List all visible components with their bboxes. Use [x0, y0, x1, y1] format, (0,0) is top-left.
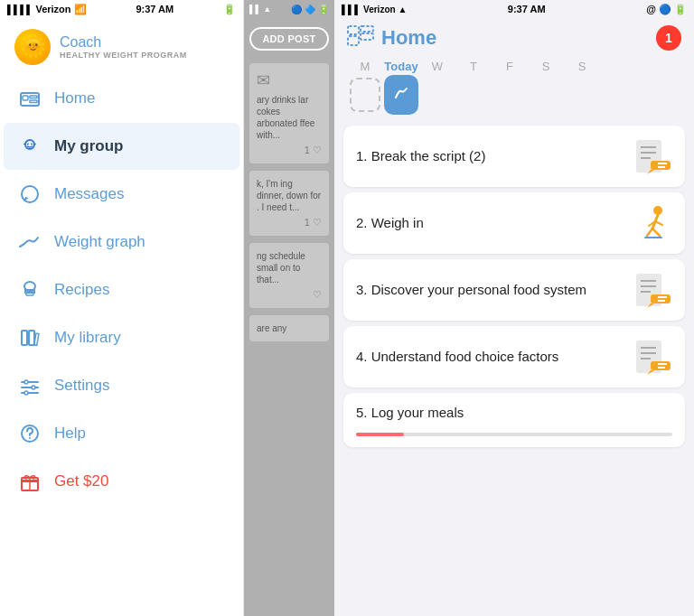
sidebar-item-get20[interactable]: Get $20	[4, 458, 239, 505]
svg-point-23	[29, 437, 31, 439]
left-time: 9:37 AM	[136, 4, 174, 14]
middle-post-2: k, I'm ing dinner, down for . I need t..…	[249, 171, 329, 236]
svg-rect-0	[21, 93, 39, 106]
sidebar-item-recipes-label: Recipes	[54, 281, 109, 299]
sidebar-item-home-label: Home	[54, 89, 95, 107]
middle-status-bar: ▌▌ ▲ 🔵 🔷 🔋	[244, 0, 334, 18]
nav-menu: Home My group	[0, 74, 243, 506]
day-w[interactable]: W	[419, 60, 455, 115]
left-status-bar: ▌▌▌▌ Verizon 📶 9:37 AM 🔋	[0, 0, 243, 18]
svg-point-19	[24, 380, 28, 384]
post-2-likes: 1 ♡	[257, 217, 322, 229]
notification-badge[interactable]: 1	[656, 25, 681, 51]
right-panel: ▌▌▌ Verizon ▲ 9:37 AM @ 🔵 🔋 Home 1	[334, 0, 694, 616]
coach-avatar: 🌞	[14, 29, 51, 65]
day-today[interactable]: Today	[383, 60, 419, 115]
help-icon	[18, 422, 42, 445]
task-4-text: 4. Understand food choice factors	[356, 348, 633, 366]
task-5-text: 5. Log your meals	[356, 404, 672, 422]
day-s1[interactable]: S	[528, 60, 564, 115]
post-3-likes: ♡	[257, 289, 322, 301]
task-card-2[interactable]: 2. Weigh in	[343, 192, 685, 254]
day-m[interactable]: M	[347, 60, 383, 115]
svg-rect-29	[361, 33, 373, 40]
home-icon	[18, 87, 42, 110]
sidebar-item-weight-graph[interactable]: Weight graph	[4, 219, 239, 266]
sidebar-item-my-library[interactable]: My library	[4, 314, 239, 361]
middle-post-4: are any	[249, 315, 329, 341]
sidebar-item-help-label: Help	[54, 425, 86, 443]
home-screen-icon	[347, 25, 374, 51]
sidebar-item-help[interactable]: Help	[4, 410, 239, 457]
post-4-text: are any	[257, 322, 322, 334]
coach-text: Coach HEALTHY WEIGHT PROGRAM	[60, 34, 187, 60]
svg-rect-1	[23, 96, 28, 100]
task-card-3[interactable]: 3. Discover your personal food system	[343, 259, 685, 321]
task-4-icon	[633, 337, 672, 377]
task-card-5[interactable]: 5. Log your meals	[343, 393, 685, 447]
day-selector: M Today W T F	[334, 56, 694, 122]
day-f[interactable]: F	[492, 60, 528, 115]
svg-rect-30	[348, 36, 359, 45]
svg-point-21	[24, 391, 28, 395]
svg-point-20	[32, 386, 35, 389]
svg-point-39	[653, 206, 662, 215]
right-time: 9:37 AM	[508, 4, 546, 14]
chef-icon	[18, 278, 42, 302]
post-3-text: ng schedule small on to that...	[257, 250, 322, 285]
sidebar-item-messages[interactable]: Messages	[4, 171, 239, 218]
task-3-text: 3. Discover your personal food system	[356, 281, 633, 299]
sidebar-item-recipes[interactable]: Recipes	[4, 266, 239, 313]
post-1-likes: 1 ♡	[257, 145, 322, 156]
svg-rect-50	[651, 294, 671, 303]
group-icon	[18, 135, 42, 158]
gift-icon	[18, 470, 42, 493]
svg-line-42	[652, 229, 660, 236]
svg-rect-58	[651, 361, 671, 370]
mail-icon: ✉	[257, 70, 322, 90]
day-s2[interactable]: S	[564, 60, 600, 115]
svg-line-41	[647, 229, 652, 236]
middle-post-3: ng schedule small on to that... ♡	[249, 243, 329, 308]
add-post-button[interactable]: ADD POST	[249, 27, 329, 51]
post-2-text: k, I'm ing dinner, down for . I need t..…	[257, 178, 322, 213]
right-status-bar: ▌▌▌ Verizon ▲ 9:37 AM @ 🔵 🔋	[334, 0, 694, 18]
sidebar-item-home[interactable]: Home	[4, 75, 239, 122]
middle-panel: ▌▌ ▲ 🔵 🔷 🔋 ADD POST ✉ ary drinks lar cok…	[244, 0, 334, 616]
svg-rect-28	[361, 26, 373, 32]
left-battery: 🔋	[223, 4, 236, 15]
left-carrier: ▌▌▌▌ Verizon 📶	[7, 4, 87, 15]
task-3-icon	[633, 270, 672, 310]
task-1-icon	[633, 136, 672, 176]
sidebar-item-messages-label: Messages	[54, 185, 124, 203]
settings-icon	[18, 374, 42, 397]
left-panel: ▌▌▌▌ Verizon 📶 9:37 AM 🔋 🌞 Coach HEALTHY…	[0, 0, 244, 616]
svg-point-8	[31, 144, 33, 145]
svg-rect-13	[22, 331, 27, 345]
svg-rect-35	[651, 161, 671, 170]
task-2-icon	[633, 203, 672, 243]
right-header-left: Home	[347, 25, 436, 51]
svg-rect-3	[30, 100, 37, 103]
coach-name: Coach	[60, 34, 187, 51]
middle-post-1: ✉ ary drinks lar cokes arbonated ffee wi…	[249, 63, 329, 163]
sidebar-item-my-group[interactable]: My group	[4, 123, 239, 170]
day-t1[interactable]: T	[455, 60, 492, 115]
message-icon	[18, 182, 42, 206]
page-title: Home	[381, 26, 436, 50]
library-icon	[18, 326, 42, 350]
sidebar-item-get20-label: Get $20	[54, 472, 109, 490]
sidebar-item-settings-label: Settings	[54, 377, 109, 395]
sidebar-item-weight-graph-label: Weight graph	[54, 233, 145, 251]
graph-icon	[18, 230, 42, 254]
coach-subtitle: HEALTHY WEIGHT PROGRAM	[60, 51, 187, 60]
task-5-progress	[356, 433, 672, 436]
task-card-1[interactable]: 1. Break the script (2)	[343, 126, 685, 187]
sidebar-item-my-group-label: My group	[54, 137, 124, 155]
notification-count: 1	[665, 31, 672, 45]
svg-point-7	[27, 144, 29, 145]
task-card-4[interactable]: 4. Understand food choice factors	[343, 326, 685, 387]
sidebar-item-my-library-label: My library	[54, 329, 121, 347]
sidebar-item-settings[interactable]: Settings	[4, 362, 239, 409]
svg-rect-2	[30, 96, 37, 98]
